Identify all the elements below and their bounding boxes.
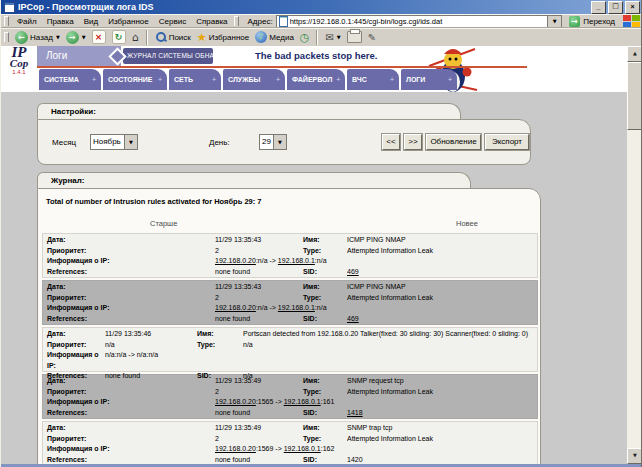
month-select[interactable]: Ноябрь ▼: [90, 134, 138, 150]
src-ip-link[interactable]: 192.168.0.20: [215, 398, 256, 405]
name-value: ICMP PING NMAP: [347, 282, 537, 293]
tab-expand-icon[interactable]: +: [276, 76, 280, 83]
search-button[interactable]: Поиск: [152, 29, 194, 46]
menu-edit[interactable]: Правка: [42, 17, 79, 26]
menu-tools[interactable]: Сервис: [154, 17, 191, 26]
address-dropdown-button[interactable]: ▼: [547, 16, 561, 27]
media-button[interactable]: ♪ Медиа: [252, 29, 297, 46]
tab-logs[interactable]: Логи+: [401, 69, 457, 90]
ipcop-logo-cop: Cop: [1, 59, 37, 68]
favorites-button[interactable]: ★ Избранное: [194, 29, 252, 46]
menu-file[interactable]: Файл: [12, 17, 42, 26]
title-bar[interactable]: IPCop - Просмотрщик лога IDS _ □ ×: [1, 0, 642, 14]
day-label: День:: [209, 138, 230, 147]
tab-network[interactable]: Сеть+: [169, 69, 221, 90]
dst-ip-link[interactable]: 192.168.0.1: [284, 398, 321, 405]
month-dropdown-icon[interactable]: ▼: [124, 135, 137, 149]
src-ip-link[interactable]: 192.168.0.20: [215, 257, 256, 264]
scroll-down-button[interactable]: ▼: [627, 448, 642, 464]
address-input[interactable]: https://192.168.0.1:445/cgi-bin/logs.cgi…: [276, 15, 563, 28]
name-label: Имя:: [303, 235, 347, 246]
tab-expand-icon[interactable]: +: [390, 76, 394, 83]
standard-toolbar: ← Назад ▼ → ▼ × ↻ ⌂ Поиск ★ Избранное ♪ …: [1, 27, 642, 46]
scrollbar-thumb[interactable]: [627, 62, 642, 130]
home-button[interactable]: ⌂: [129, 29, 142, 46]
tab-status[interactable]: Состояние+: [103, 69, 167, 90]
go-button[interactable]: → Переход: [565, 15, 619, 28]
type-value: Attempted Information Leak: [347, 387, 537, 398]
menu-favorites[interactable]: Избранное: [103, 17, 154, 26]
mail-button[interactable]: ✉ ▼: [322, 29, 343, 46]
sid-link[interactable]: 1418: [347, 409, 363, 416]
forward-dropdown-icon[interactable]: ▼: [82, 34, 86, 40]
tagline: The bad packets stop here.: [255, 50, 377, 61]
edit-button[interactable]: ✎: [365, 29, 379, 46]
newer-column-label: Новее: [456, 219, 478, 228]
home-icon: ⌂: [132, 31, 139, 44]
mail-dropdown-icon[interactable]: ▼: [337, 34, 341, 40]
tab-expand-icon[interactable]: +: [92, 76, 96, 83]
priority-label: Приоритет:: [47, 340, 105, 351]
entry-row-date: Дата:11/29 13:35:46Имя:Portscan detected…: [43, 329, 537, 340]
tab-expand-icon[interactable]: +: [212, 76, 216, 83]
log-entry: Дата:11/29 13:35:43Имя:ICMP PING NMAPПри…: [42, 233, 538, 278]
stop-icon: ×: [92, 30, 106, 44]
refresh-button[interactable]: ↻: [109, 29, 129, 46]
date-value: 11/29 13:35:43: [215, 282, 303, 293]
window-icon: [4, 2, 15, 13]
name-value: SNMP request tcp: [347, 376, 537, 387]
back-dropdown-icon[interactable]: ▼: [56, 34, 60, 40]
src-ip-link[interactable]: 192.168.0.20: [215, 304, 256, 311]
toolbar-grip[interactable]: [234, 16, 239, 26]
refresh-log-button[interactable]: Обновление: [426, 134, 481, 150]
prev-day-button[interactable]: <<: [382, 134, 400, 150]
menu-view[interactable]: Вид: [79, 17, 103, 26]
entry-row-date: Дата:11/29 13:35:43Имя:ICMP PING NMAP: [43, 282, 537, 293]
tab-services[interactable]: Службы+: [223, 69, 285, 90]
ip-info-value: 192.168.0.20:n/a -> 192.168.0.1:n/a: [215, 256, 537, 267]
section-title: Логи: [46, 50, 67, 61]
toolbar-grip[interactable]: [4, 32, 9, 42]
tab-expand-icon[interactable]: +: [336, 76, 340, 83]
next-day-button[interactable]: >>: [404, 134, 422, 150]
forward-button[interactable]: → ▼: [63, 29, 89, 46]
entry-row-ip: Информация о IP:n/a:n/a -> n/a:n/a: [43, 350, 537, 371]
dst-ip-link[interactable]: 192.168.0.1: [278, 257, 315, 264]
dst-ip-link[interactable]: 192.168.0.1: [278, 304, 315, 311]
restore-button[interactable]: □: [608, 1, 623, 14]
back-button[interactable]: ← Назад ▼: [12, 29, 63, 46]
window-title: IPCop - Просмотрщик лога IDS: [18, 2, 591, 12]
media-label: Медиа: [269, 33, 294, 42]
priority-label: Приоритет:: [47, 246, 215, 257]
dst-ip-link[interactable]: 192.168.0.1: [284, 445, 321, 452]
tab-expand-icon[interactable]: +: [158, 76, 162, 83]
minimize-button[interactable]: _: [591, 1, 606, 14]
stop-button[interactable]: ×: [89, 29, 109, 46]
priority-value: n/a: [105, 340, 197, 351]
back-icon: ←: [15, 31, 28, 44]
page-body: Настройки: Месяц Ноябрь ▼ День: 29 ▼ << …: [1, 92, 627, 467]
src-ip-link[interactable]: 192.168.0.20: [215, 445, 256, 452]
menu-bar: Файл Правка Вид Избранное Сервис Справка…: [1, 14, 642, 27]
sid-link[interactable]: 469: [347, 268, 359, 275]
search-label: Поиск: [169, 33, 191, 42]
day-select[interactable]: 29 ▼: [259, 134, 287, 150]
close-button[interactable]: ×: [625, 1, 640, 14]
print-button[interactable]: [344, 29, 365, 46]
mail-icon: ✉: [325, 32, 333, 43]
history-button[interactable]: ◷: [297, 29, 313, 46]
window-controls: _ □ ×: [591, 1, 640, 14]
menu-help[interactable]: Справка: [191, 17, 232, 26]
sid-link[interactable]: 469: [347, 315, 359, 322]
day-dropdown-icon[interactable]: ▼: [273, 135, 286, 149]
tab-vpn[interactable]: ВЧС+: [347, 69, 399, 90]
favorites-star-icon: ★: [197, 31, 207, 44]
tab-system[interactable]: Система+: [39, 69, 101, 90]
scroll-up-button[interactable]: ▲: [627, 46, 642, 62]
vertical-scrollbar[interactable]: ▲ ▼: [627, 46, 642, 467]
tab-expand-icon[interactable]: +: [448, 76, 452, 83]
export-button[interactable]: Экспорт: [485, 134, 529, 150]
tab-firewall[interactable]: Файервол+: [287, 69, 345, 90]
sid-value: 469: [347, 267, 537, 278]
toolbar-grip[interactable]: [4, 16, 9, 26]
